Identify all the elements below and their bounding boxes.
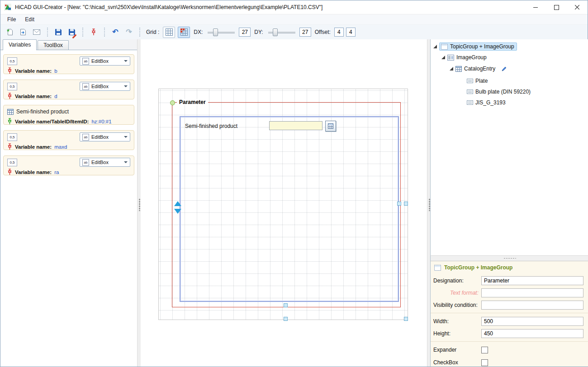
chevron-down-icon [124, 60, 128, 62]
maximize-button[interactable] [546, 0, 567, 14]
window-title: HiCAD GUI-Creator - [New: "C:\hicad_svn\… [15, 4, 525, 10]
tree-node-bulb-plate[interactable]: Bulb plate (DIN 59220) [467, 87, 531, 97]
control-type-combobox[interactable]: ab EditBox [80, 82, 130, 91]
tree-properties-splitter[interactable] [430, 255, 588, 261]
snap-grid-icon [180, 28, 188, 36]
new-file-icon [6, 28, 13, 36]
window-controls [525, 0, 588, 14]
semi-finished-editbox[interactable] [269, 121, 322, 130]
tree-node-catalogentry[interactable]: CatalogEntry [450, 64, 507, 74]
grid-toggle-button[interactable] [163, 27, 175, 38]
dx-label: DX: [194, 29, 203, 35]
visibility-condition-input[interactable] [481, 301, 583, 310]
dy-slider-groove [268, 32, 295, 33]
open-file-button[interactable] [18, 27, 28, 38]
tab-toolbox[interactable]: ToolBox [38, 40, 69, 50]
design-surface[interactable]: Parameter Semi-finished product [158, 89, 408, 320]
height-input[interactable] [481, 329, 583, 338]
control-type-combobox[interactable]: ab EditBox [80, 56, 130, 66]
variable-name-label: Variable name: [15, 169, 52, 175]
redo-button[interactable]: ↷ [123, 27, 134, 38]
topicgroup-selection-rect[interactable]: Parameter Semi-finished product [172, 102, 401, 307]
minimize-button[interactable] [525, 0, 546, 14]
expander-checkbox[interactable] [481, 347, 488, 353]
menu-edit[interactable]: Edit [21, 15, 38, 24]
pushpin-icon [91, 28, 96, 36]
variable-name-label: Variable name: [15, 68, 52, 74]
vertical-move-handle[interactable] [174, 201, 181, 214]
tree-node-label: CatalogEntry [464, 66, 495, 72]
arrow-down-icon [174, 209, 181, 214]
designation-input[interactable] [481, 276, 583, 285]
variable-name-label: Variable name: [15, 144, 52, 150]
designer-canvas[interactable]: Parameter Semi-finished product [141, 39, 427, 367]
topicgroup-icon [441, 44, 448, 50]
undo-button[interactable]: ↶ [110, 27, 121, 38]
save-as-button[interactable] [66, 27, 77, 38]
checkbox-checkbox[interactable] [481, 359, 488, 366]
text-format-input[interactable] [481, 288, 583, 297]
grid-label: Grid : [146, 29, 159, 35]
resize-handle-form-right[interactable] [404, 202, 408, 206]
catalog-field-icon [7, 109, 14, 115]
edit-pencil-icon[interactable] [501, 66, 507, 72]
pushpin-red-icon [7, 93, 12, 99]
expander-icon[interactable] [450, 67, 453, 71]
envelope-icon [33, 29, 40, 35]
variable-card-ra[interactable]: 0,5 ab EditBox Variable name: ra [3, 155, 134, 175]
dy-slider[interactable] [268, 28, 295, 36]
variable-card-maxd[interactable]: 0,5 ab EditBox Variable name: maxd [3, 130, 134, 150]
editbox-icon: ab [82, 58, 89, 65]
dy-input[interactable] [299, 28, 311, 37]
new-file-button[interactable] [4, 27, 15, 38]
control-type-label: EditBox [91, 134, 122, 140]
origin-handle[interactable] [170, 100, 175, 105]
pin-variables-button[interactable] [88, 27, 99, 38]
offset-y-input[interactable] [346, 28, 356, 37]
topicgroup-icon [434, 265, 441, 271]
width-input[interactable] [481, 317, 583, 326]
snap-grid-toggle-button[interactable] [178, 27, 190, 38]
imagegroup-frame[interactable]: Semi-finished product [180, 116, 399, 302]
resize-handle-form-corner[interactable] [404, 317, 408, 321]
dy-slider-thumb[interactable] [273, 28, 278, 36]
control-type-label: EditBox [91, 160, 122, 165]
menu-file[interactable]: File [3, 15, 20, 24]
tree-node-imagegroup[interactable]: ImageGroup [441, 52, 487, 62]
dx-slider[interactable] [208, 28, 235, 36]
grid-icon [166, 28, 173, 36]
catalog-table-button[interactable] [325, 121, 336, 132]
tree-node-topicgroup[interactable]: TopicGroup + ImageGroup [433, 42, 517, 52]
save-as-icon [69, 29, 75, 35]
resize-handle-bottom[interactable] [284, 303, 288, 307]
splitter-grip-icon [139, 198, 140, 211]
toolbar-separator [104, 28, 105, 37]
resize-handle-right[interactable] [397, 202, 401, 206]
expander-icon[interactable] [433, 45, 437, 48]
variable-card-b[interactable]: 0,5 ab EditBox Variable name: b [3, 54, 134, 74]
checkbox-label: CheckBox [433, 358, 458, 367]
app-icon [4, 4, 11, 11]
offset-label: Offset: [315, 29, 331, 35]
app-window: HiCAD GUI-Creator - [New: "C:\hicad_svn\… [0, 0, 588, 367]
undo-icon: ↶ [112, 28, 118, 36]
close-button[interactable] [567, 0, 588, 14]
expander-icon[interactable] [441, 56, 445, 59]
save-button[interactable] [53, 27, 64, 38]
properties-panel: TopicGroup + ImageGroup Designation: Tex… [430, 261, 588, 367]
control-type-combobox[interactable]: ab EditBox [80, 132, 130, 141]
variable-card-d[interactable]: 0,5 ab EditBox Variable name: d [3, 80, 134, 99]
control-type-combobox[interactable]: ab EditBox [80, 158, 130, 167]
tree-node-jis[interactable]: JIS_G_3193 [467, 98, 506, 108]
dx-slider-groove [208, 32, 235, 33]
export-button[interactable] [31, 27, 42, 38]
tab-variables[interactable]: Variables [3, 39, 37, 50]
resize-handle-form-bottom[interactable] [284, 317, 288, 321]
pushpin-red-icon [7, 67, 12, 74]
tree-node-plate[interactable]: Plate [467, 76, 488, 86]
variable-card-semi-finished[interactable]: Semi-finished product Variable name/Tabl… [3, 105, 134, 125]
dx-slider-thumb[interactable] [213, 28, 218, 36]
catalogentry-icon [455, 66, 462, 72]
dx-input[interactable] [239, 28, 251, 37]
offset-x-input[interactable] [334, 28, 344, 37]
